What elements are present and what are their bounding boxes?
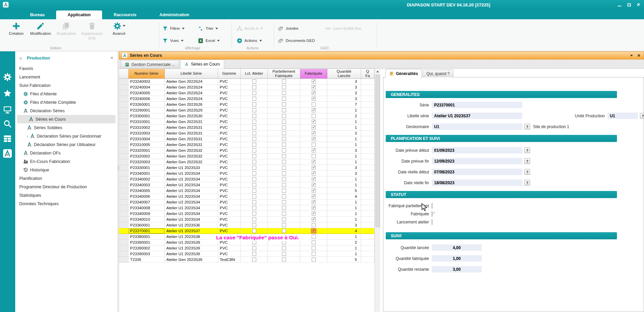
checkbox-partiellement-fabriquee[interactable] [282,223,286,227]
row-selector[interactable] [119,194,128,199]
help-button[interactable]: ? [524,180,530,186]
modules-gear-icon[interactable] [3,72,12,82]
checkbox-fabriquee[interactable] [312,85,316,89]
checkbox-lct-atelier[interactable] [252,148,256,152]
checkbox-fabriquee[interactable] [312,148,316,152]
table-row[interactable]: P23340003Atelier U1 2023S34PVC1 [119,182,375,188]
row-selector[interactable] [119,85,128,90]
checkbox-fabriquee[interactable] [312,200,316,204]
row-selector[interactable] [119,245,128,251]
menu-tab-application[interactable]: Application [56,10,102,19]
row-selector[interactable] [119,222,128,228]
checkbox-lct-atelier[interactable] [252,166,256,170]
close-panel-icon[interactable]: × [111,55,113,61]
unite-production-field[interactable]: U1 [607,113,638,119]
checkbox-fabriquee[interactable] [312,108,316,112]
checkbox-lct-atelier[interactable] [252,91,256,95]
checkbox-partiellement-fabriquee[interactable] [282,143,286,147]
checkbox-fabriquee[interactable] [312,137,316,141]
checkbox-lct-atelier[interactable] [252,194,256,198]
sidebar-item-declaration-series[interactable]: Déclaration Séries [15,106,117,115]
column-header-fabriquee[interactable]: Fabriquée [300,69,327,79]
table-row[interactable]: P23240003Atelier Gen 2023S24PVC3 [119,79,375,85]
checkbox-lct-atelier[interactable] [252,108,256,112]
row-selector[interactable] [119,102,128,107]
checkbox-fabriquee[interactable] [312,97,316,101]
date-field[interactable]: 07/08/2023 [432,169,522,175]
date-field[interactable]: 12/09/2023 [432,158,522,164]
checkbox-partiellement-fabriquee[interactable] [282,183,286,187]
checkbox-lct-atelier[interactable] [252,258,256,262]
table-row[interactable]: T2335Atelier Gen 2023S35TestCBN5 [119,257,375,263]
checkbox-partiellement-fabriquee[interactable] [282,148,286,152]
close-button[interactable]: × [637,2,640,7]
table-row[interactable]: P23330001Atelier U1 2023S33PVC3 [119,165,375,171]
help-button[interactable]: ? [524,147,530,153]
checkbox-lct-atelier[interactable] [252,183,256,187]
creation-button[interactable]: Création [4,21,28,36]
modification-button[interactable]: Modification [28,21,53,36]
document-tab-gestion-commerciale[interactable]: Gestion Commerciale ... [121,60,179,68]
sidebar-item-declaration-series-par-utilisateur[interactable]: Déclaration Séries par Utilisateur [15,140,117,149]
sidebar-item-lancement[interactable]: Lancement [15,73,117,81]
column-header-partiellement-fabriquee[interactable]: Partiellement Fabriquée [268,69,300,79]
minimize-button[interactable] [618,6,621,6]
checkbox-lct-atelier[interactable] [252,79,256,83]
table-row[interactable]: P23390003Atelier U1 2023S39PVC1 [119,251,375,257]
checkbox-partiellement-fabriquee[interactable] [282,85,286,89]
checkbox-partiellement-fabriquee[interactable] [282,177,286,181]
table-row[interactable]: P23240004Atelier Gen 2023S24PVC3 [119,85,375,90]
scrollbar-thumb[interactable] [376,75,380,227]
checkbox-fabriquee[interactable] [312,252,316,256]
sidebar-item-planification[interactable]: Planification [15,174,117,183]
row-selector[interactable] [119,217,128,222]
checkbox-partiellement-fabriquee[interactable] [282,108,286,112]
table-row[interactable]: P23390002Atelier U1 2023S39PVC1 [119,245,375,251]
checkbox-fabriquee[interactable] [432,211,432,217]
suppression-button[interactable]: Suppression (F6) [80,21,104,41]
table-row[interactable]: P23340007Atelier U1 2023S34PVC1 [119,199,375,205]
checkbox-lct-atelier[interactable] [252,120,256,124]
expander-icon[interactable]: › [27,134,28,139]
row-selector[interactable] [119,182,128,188]
row-selector[interactable] [119,257,128,263]
quantite-restante-field[interactable]: 3,00 [432,266,482,272]
data-table-icon[interactable] [3,134,12,143]
table-row[interactable]: P23340005Atelier U1 2023S34PVC5 [119,188,375,194]
sidebar-item-declaration-ofs[interactable]: Déclaration OFs [15,149,117,157]
table-row[interactable]: P23340002Atelier U1 2023S34PVC1 [119,176,375,182]
checkbox-lct-atelier[interactable] [252,85,256,89]
maximize-button[interactable] [627,3,631,6]
help-button[interactable]: ? [524,158,530,164]
checkbox-lct-atelier[interactable] [252,177,256,181]
sidebar-item-series-en-cours[interactable]: Séries en Cours [17,115,116,123]
checkbox-partiellement-fabriquee[interactable] [282,154,286,158]
checkbox-fabriquee[interactable] [312,217,316,221]
table-row[interactable]: P23240005Atelier Gen 2023S24PVC3 [119,90,375,96]
row-selector[interactable] [119,148,128,153]
sidebar-item-en-cours-fabrication[interactable]: En-Cours Fabrication [15,157,117,166]
checkbox-partiellement-fabriquee[interactable] [282,102,286,106]
serie-field[interactable]: P23370001 [432,102,522,108]
checkbox-fabriquee[interactable] [312,212,316,216]
filtrer-button[interactable]: Filtrer [162,25,185,32]
row-selector[interactable] [119,211,128,217]
checkbox-fabriquee[interactable] [312,143,316,147]
column-header-libelle-serie[interactable]: Libellé Série [165,69,218,79]
row-selector[interactable] [119,96,128,102]
checkbox-lancement-atelier[interactable] [432,219,432,225]
table-row[interactable]: P23310003Atelier Gen 2023S31PVC3 [119,130,375,136]
checkbox-lct-atelier[interactable] [252,143,256,147]
column-header-selector[interactable] [119,69,128,79]
checkbox-partiellement-fabriquee[interactable] [282,206,286,210]
row-selector[interactable] [119,228,128,234]
checkbox-lct-atelier[interactable] [252,200,256,204]
sidebar-item-favoris[interactable]: Favoris [15,64,117,73]
gestionnaire-field[interactable]: U1 [432,123,522,130]
documents-ged-button[interactable]: Documents GED [278,37,315,44]
table-row[interactable]: P23340006Atelier U1 2023S34PVC4 [119,194,375,199]
checkbox-partiellement-fabriquee[interactable] [282,212,286,216]
checkbox-partiellement-fabriquee[interactable] [282,79,286,83]
checkbox-partiellement-fabriquee[interactable] [282,166,286,170]
checkbox-lct-atelier[interactable] [252,114,256,118]
